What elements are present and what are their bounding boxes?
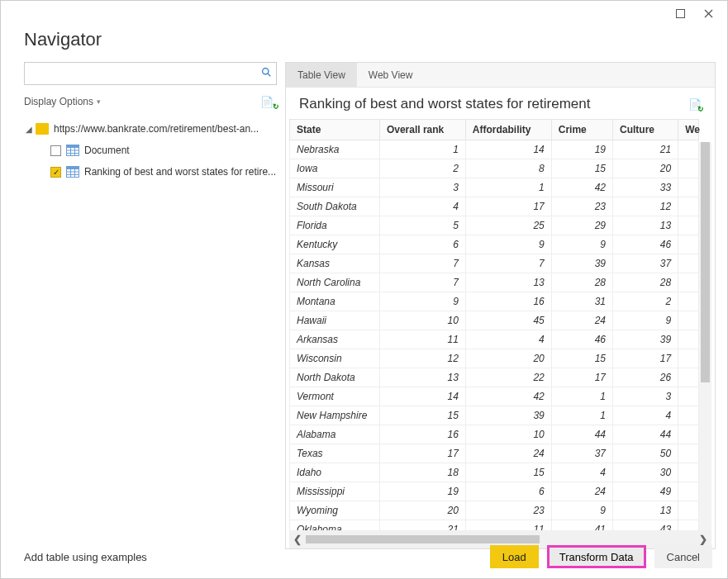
- checkbox-ranking[interactable]: ✓: [50, 167, 61, 178]
- table-row[interactable]: Idaho1815430: [290, 463, 699, 482]
- table-cell: Vermont: [290, 387, 380, 406]
- table-cell: Wisconsin: [290, 349, 380, 368]
- search-box[interactable]: [24, 62, 277, 85]
- table-cell: 39: [613, 330, 678, 349]
- table-row[interactable]: Wyoming2023913: [290, 501, 699, 520]
- checkbox-document[interactable]: [50, 145, 61, 156]
- table-row[interactable]: Missouri314233: [290, 178, 699, 197]
- table-cell: 22: [465, 368, 551, 387]
- table-cell: 12: [379, 349, 465, 368]
- table-cell: 50: [613, 444, 678, 463]
- table-header-row: StateOverall rankAffordabilityCrimeCultu…: [290, 120, 699, 140]
- table-cell: 13: [613, 501, 678, 520]
- table-row[interactable]: Arkansas1144639: [290, 330, 699, 349]
- table-row[interactable]: Montana916312: [290, 292, 699, 311]
- table-cell: [678, 197, 699, 216]
- table-row[interactable]: Alabama16104444: [290, 425, 699, 444]
- folder-icon: [36, 123, 49, 135]
- tree-item-ranking[interactable]: ✓ Ranking of best and worst states for r…: [12, 161, 277, 183]
- table-cell: 44: [613, 425, 678, 444]
- svg-rect-0: [676, 9, 684, 17]
- transform-data-button[interactable]: Transform Data: [547, 545, 646, 568]
- table-cell: New Hampshire: [290, 406, 380, 425]
- table-cell: [678, 406, 699, 425]
- table-cell: Iowa: [290, 159, 380, 178]
- table-cell: North Carolina: [290, 273, 380, 292]
- table-cell: 15: [551, 159, 612, 178]
- column-header[interactable]: State: [290, 120, 380, 140]
- table-cell: Kentucky: [290, 235, 380, 254]
- table-cell: 42: [465, 387, 551, 406]
- tree-root-node[interactable]: ◢ https://www.bankrate.com/retirement/be…: [12, 118, 277, 140]
- table-cell: [678, 501, 699, 520]
- table-cell: 37: [613, 254, 678, 273]
- maximize-button[interactable]: [666, 3, 694, 23]
- column-header[interactable]: Overall rank: [379, 120, 465, 140]
- table-cell: [678, 368, 699, 387]
- table-row[interactable]: Kentucky69946: [290, 235, 699, 254]
- cancel-button[interactable]: Cancel: [654, 545, 712, 568]
- table-row[interactable]: Mississippi1962449: [290, 482, 699, 501]
- table-cell: 18: [379, 463, 465, 482]
- table-cell: 1: [551, 406, 612, 425]
- table-cell: 8: [465, 159, 551, 178]
- table-cell: 20: [613, 159, 678, 178]
- table-cell: 46: [551, 330, 612, 349]
- table-row[interactable]: Texas17243750: [290, 444, 699, 463]
- table-row[interactable]: Hawaii1045249: [290, 311, 699, 330]
- table-cell: 28: [613, 273, 678, 292]
- tab-table-view[interactable]: Table View: [286, 63, 357, 87]
- table-row[interactable]: North Carolina7132828: [290, 273, 699, 292]
- display-options[interactable]: Display Options ▾: [12, 90, 277, 113]
- table-row[interactable]: Nebraska1141921: [290, 140, 699, 159]
- close-button[interactable]: [694, 3, 722, 23]
- table-cell: 14: [379, 387, 465, 406]
- table-cell: Nebraska: [290, 140, 380, 159]
- table-cell: 6: [465, 482, 551, 501]
- display-options-label: Display Options: [24, 96, 93, 107]
- column-header[interactable]: We: [678, 120, 699, 140]
- table-row[interactable]: New Hampshire153914: [290, 406, 699, 425]
- table-cell: 29: [551, 216, 612, 235]
- table-cell: [678, 444, 699, 463]
- search-icon[interactable]: [256, 67, 276, 80]
- refresh-icon[interactable]: [260, 95, 277, 108]
- tree-item-document[interactable]: Document: [12, 140, 277, 161]
- table-cell: 17: [551, 368, 612, 387]
- table-cell: [678, 178, 699, 197]
- refresh-preview-icon[interactable]: [688, 97, 702, 111]
- add-table-examples-button[interactable]: Add table using examples: [16, 546, 155, 568]
- chevron-down-icon: ▾: [97, 97, 101, 106]
- search-input[interactable]: [25, 68, 256, 79]
- table-cell: 39: [551, 254, 612, 273]
- table-cell: [678, 482, 699, 501]
- table-cell: 23: [551, 197, 612, 216]
- table-cell: 12: [613, 197, 678, 216]
- column-header[interactable]: Affordability: [465, 120, 551, 140]
- column-header[interactable]: Crime: [551, 120, 612, 140]
- tab-web-view[interactable]: Web View: [357, 63, 425, 87]
- scrollbar-thumb[interactable]: [701, 142, 710, 382]
- preview-header: Ranking of best and worst states for ret…: [286, 88, 715, 119]
- expand-icon[interactable]: ◢: [26, 125, 36, 134]
- table-row[interactable]: Kansas773937: [290, 254, 699, 273]
- table-row[interactable]: Iowa281520: [290, 159, 699, 178]
- table-row[interactable]: Florida5252913: [290, 216, 699, 235]
- table-body: Nebraska1141921Iowa281520Missouri314233S…: [290, 140, 699, 539]
- table-row[interactable]: South Dakota4172312: [290, 197, 699, 216]
- load-button[interactable]: Load: [490, 545, 539, 568]
- table-cell: 10: [465, 425, 551, 444]
- table-cell: 9: [379, 292, 465, 311]
- table-cell: 16: [379, 425, 465, 444]
- tree-root-label: https://www.bankrate.com/retirement/best…: [54, 123, 259, 135]
- table-cell: Florida: [290, 216, 380, 235]
- column-header[interactable]: Culture: [613, 120, 678, 140]
- table-row[interactable]: North Dakota13221726: [290, 368, 699, 387]
- table-cell: 24: [551, 482, 612, 501]
- table-row[interactable]: Vermont144213: [290, 387, 699, 406]
- table-row[interactable]: Wisconsin12201517: [290, 349, 699, 368]
- table-cell: Alabama: [290, 425, 380, 444]
- table-cell: Hawaii: [290, 311, 380, 330]
- table-cell: 42: [551, 178, 612, 197]
- vertical-scrollbar[interactable]: [699, 142, 711, 530]
